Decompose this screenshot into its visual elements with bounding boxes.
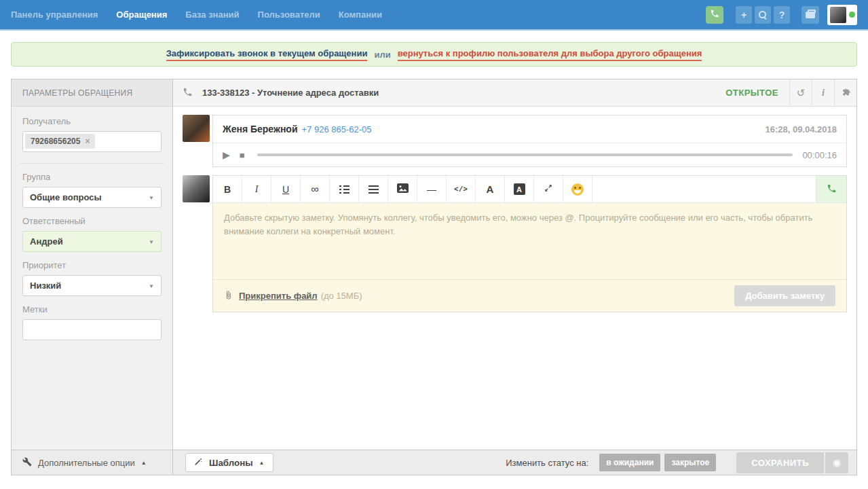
ticket-workspace: ПАРАМЕТРЫ ОБРАЩЕНИЯ Получатель 792686562… [11,79,857,475]
extra-options-toggle[interactable]: Дополнительные опции ▲ [12,450,173,475]
underline-button[interactable]: U [271,176,301,202]
ticket-content: 133-338123 - Уточнение адреса доставки О… [173,79,856,450]
message-timestamp: 16:28, 09.04.2018 [765,124,837,134]
search-button[interactable] [755,6,771,24]
audio-progress-bar[interactable] [257,153,793,156]
code-button[interactable]: </> [447,176,476,202]
tags-input[interactable] [22,319,162,340]
client-phone-link[interactable]: +7 926 865-62-05 [302,124,372,134]
footer-main: Шаблоны ▲ Изменить статус на: в ожидании… [173,450,856,475]
recipient-tag-value: 79268656205 [31,137,80,146]
assignee-value: Андрей [30,236,63,247]
text-color-button[interactable]: A [476,176,505,202]
italic-button[interactable]: I [242,176,271,202]
phone-icon [827,183,837,196]
ticket-feed: Женя Бережной +7 926 865-62-05 16:28, 09… [173,107,856,450]
call-message-header: Женя Бережной +7 926 865-62-05 16:28, 09… [213,115,846,143]
ticket-header-actions: ОТКРЫТОЕ ↺ i [725,79,856,106]
audio-player: ▶ ■ 00:00:16 [213,143,846,166]
background-color-button[interactable]: A [505,176,534,202]
chevron-down-icon: ▼ [149,194,154,200]
insert-image-button[interactable] [388,176,417,202]
unordered-list-button[interactable] [359,176,388,202]
recipient-label: Получатель [22,116,162,126]
extra-options-label: Дополнительные опции [38,458,135,468]
templates-label: Шаблоны [209,458,253,468]
priority-value: Низкий [30,280,61,291]
user-menu[interactable] [827,5,857,25]
recipient-tag: 79268656205 × [25,134,95,149]
info-button[interactable]: i [812,79,834,106]
banner-or-text: или [374,50,390,60]
merge-button[interactable] [834,79,856,106]
nav-item-knowledge-base[interactable]: База знаний [185,10,239,20]
help-button[interactable]: ? [774,6,790,24]
attach-file-link[interactable]: Прикрепить файл [239,291,318,301]
nav-item-companies[interactable]: Компании [339,10,382,20]
target-circle-icon: ◉ [833,457,841,468]
workspace-button[interactable] [801,6,819,24]
sidebar-divider [20,163,164,164]
phone-icon [710,9,719,20]
assignee-select[interactable]: Андрей ▼ [22,231,162,252]
priority-select[interactable]: Низкий ▼ [22,275,162,296]
briefcase-icon [806,12,815,18]
note-textarea[interactable] [213,203,846,279]
attach-call-button[interactable] [816,176,846,202]
stop-button[interactable]: ■ [240,150,245,160]
ticket-params-sidebar: ПАРАМЕТРЫ ОБРАЩЕНИЯ Получатель 792686562… [12,79,173,450]
save-button[interactable]: СОХРАНИТЬ [736,452,824,473]
online-status-dot [849,12,855,18]
priority-label: Приоритет [22,260,162,270]
background-color-icon: A [514,183,525,195]
client-avatar [183,115,210,142]
main-row: ПАРАМЕТРЫ ОБРАЩЕНИЯ Получатель 792686562… [12,79,856,450]
group-label: Группа [22,172,162,182]
back-to-profile-link[interactable]: вернуться к профилю пользователя для выб… [398,48,702,61]
log-call-current-ticket-link[interactable]: Зафиксировать звонок в текущем обращении [166,48,368,61]
history-button[interactable]: ↺ [789,79,812,106]
sidebar-title: ПАРАМЕТРЫ ОБРАЩЕНИЯ [12,79,172,107]
topbar-actions: + ? [706,5,857,25]
create-ticket-button[interactable]: + [736,6,752,24]
active-call-button[interactable] [706,6,723,24]
nav-item-tickets[interactable]: Обращения [116,10,167,20]
recipient-input[interactable]: 79268656205 × [22,131,162,152]
group-select[interactable]: Общие вопросы ▼ [22,187,162,208]
attach-size-hint: (до 15МБ) [321,291,362,301]
fullscreen-button[interactable] [534,176,563,202]
ordered-list-icon [339,185,350,194]
client-name: Женя Бережной [223,124,298,134]
call-banner: Зафиксировать звонок в текущем обращении… [11,42,857,67]
status-closed-button[interactable]: закрытое [664,454,716,471]
search-icon [759,11,767,19]
wrench-icon [22,457,32,469]
history-icon: ↺ [797,87,806,99]
chevron-up-icon: ▲ [259,460,265,466]
paperclip-icon [224,290,233,302]
puzzle-icon [841,87,851,99]
note-editor: B I U ∞ — </> [183,175,847,312]
remove-tag-icon[interactable]: × [85,137,90,146]
horizontal-rule-button[interactable]: — [417,176,447,202]
link-button[interactable]: ∞ [301,176,330,202]
bottom-toolbar: Дополнительные опции ▲ Шаблоны ▲ Изменит… [12,450,856,475]
note-editor-card: B I U ∞ — </> [212,175,847,312]
add-note-button[interactable]: Добавить заметку [734,285,835,306]
nav-item-dashboard[interactable]: Панель управления [11,10,98,20]
save-options-button[interactable]: ◉ [825,452,848,473]
attach-row: Прикрепить файл (до 15МБ) Добавить замет… [213,279,846,312]
nav-item-users[interactable]: Пользователи [258,10,320,20]
ordered-list-button[interactable] [330,176,359,202]
plus-icon: + [741,10,747,20]
templates-button[interactable]: Шаблоны ▲ [185,453,273,472]
chevron-down-icon: ▼ [149,283,154,289]
fullscreen-icon [544,183,553,195]
bold-button[interactable]: B [213,176,242,202]
status-pending-button[interactable]: в ожидании [599,454,660,471]
ticket-status-badge: ОТКРЫТОЕ [725,88,778,98]
toolbar-spacer [592,176,816,202]
play-button[interactable]: ▶ [223,149,230,160]
ticket-title: 133-338123 - Уточнение адреса доставки [202,88,379,98]
emoji-button[interactable] [563,176,592,202]
